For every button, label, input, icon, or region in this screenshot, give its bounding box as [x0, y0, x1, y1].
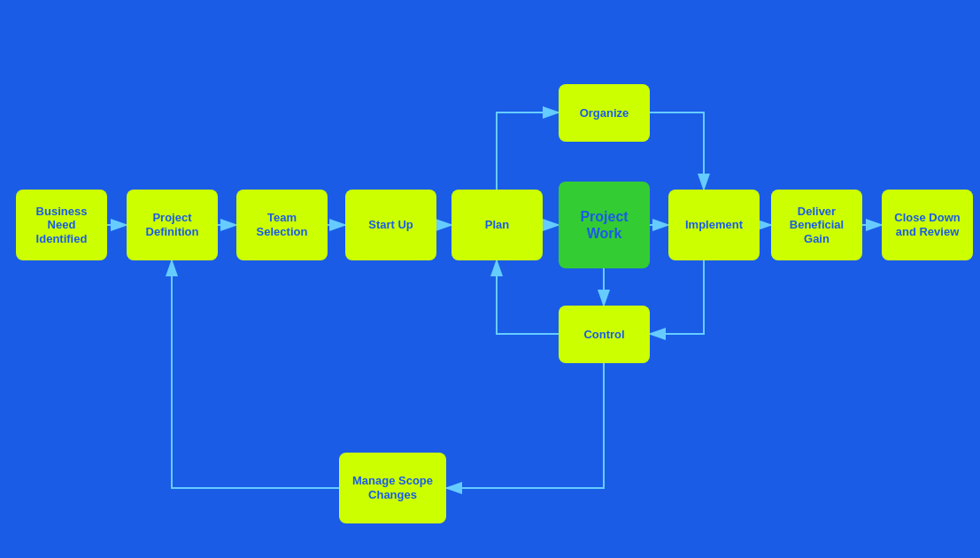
node-team-selection: TeamSelection — [236, 190, 328, 260]
node-project-definition: ProjectDefinition — [127, 190, 218, 260]
arrows-svg — [0, 0, 980, 558]
node-organize: Organize — [559, 84, 650, 142]
node-implement: Implement — [668, 190, 760, 260]
node-close-down: Close Downand Review — [882, 190, 973, 260]
node-manage-scope: Manage ScopeChanges — [339, 453, 446, 523]
node-business-need: BusinessNeedIdentified — [16, 190, 107, 260]
node-start-up: Start Up — [345, 190, 436, 260]
node-plan: Plan — [451, 190, 543, 260]
node-deliver: DeliverBeneficialGain — [771, 190, 862, 260]
node-project-work: ProjectWork — [559, 182, 650, 268]
diagram-container: BusinessNeedIdentified ProjectDefinition… — [0, 0, 980, 558]
node-control: Control — [559, 306, 650, 363]
